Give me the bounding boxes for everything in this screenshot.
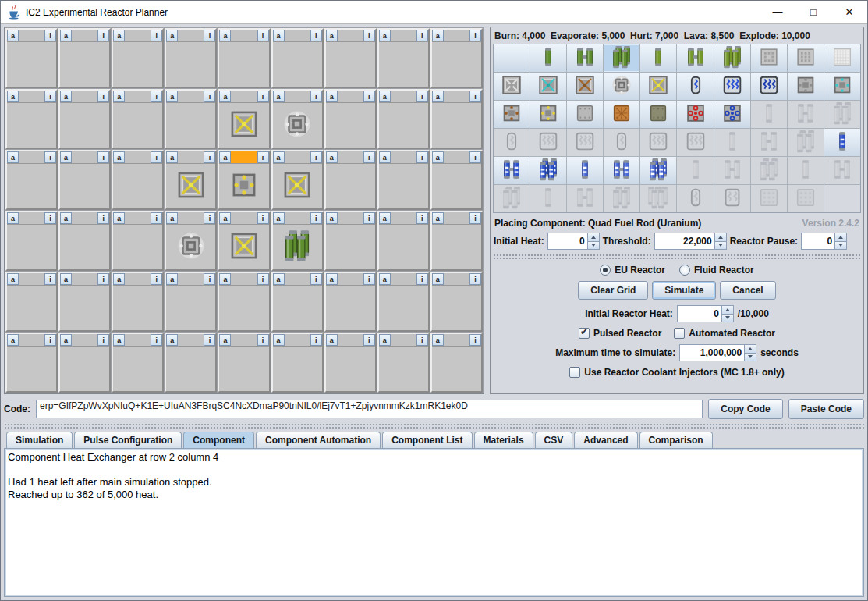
cell-info-button[interactable]: i bbox=[469, 91, 481, 102]
tab-component[interactable]: Component bbox=[183, 432, 254, 448]
cell-info-button[interactable]: i bbox=[204, 212, 215, 224]
cell-info-button[interactable]: i bbox=[310, 273, 322, 285]
cell-info-button[interactable]: i bbox=[416, 30, 428, 41]
cell-automation-button[interactable]: a bbox=[60, 334, 72, 346]
reactor-cell-r0-c4[interactable]: ai bbox=[218, 28, 270, 88]
cell-info-button[interactable]: i bbox=[151, 334, 162, 346]
cell-automation-button[interactable]: a bbox=[326, 212, 338, 224]
reactor-cell-r3-c5[interactable]: ai bbox=[271, 211, 324, 271]
palette-reactor-heat-exchanger-button[interactable] bbox=[494, 101, 530, 128]
cell-info-button[interactable]: i bbox=[257, 273, 269, 285]
cell-info-button[interactable]: i bbox=[151, 91, 162, 102]
palette-dual-fuel-rod-mox-button[interactable] bbox=[677, 44, 713, 72]
reactor-cell-r0-c2[interactable]: ai bbox=[112, 28, 164, 88]
threshold-input[interactable] bbox=[655, 233, 714, 249]
cell-info-button[interactable]: i bbox=[257, 212, 269, 224]
cell-automation-button[interactable]: a bbox=[432, 334, 444, 346]
initial-heat-input[interactable] bbox=[548, 233, 587, 249]
reactor-cell-r5-c3[interactable]: ai bbox=[165, 333, 217, 393]
reactor-cell-r4-c1[interactable]: ai bbox=[58, 272, 111, 332]
cell-info-button[interactable]: i bbox=[416, 334, 428, 346]
reactor-cell-r5-c8[interactable]: ai bbox=[430, 333, 483, 393]
cell-info-button[interactable]: i bbox=[151, 212, 162, 224]
cell-automation-button[interactable]: a bbox=[219, 91, 231, 102]
cell-automation-button[interactable]: a bbox=[113, 212, 125, 224]
cell-automation-button[interactable]: a bbox=[219, 334, 231, 346]
cancel-button[interactable]: Cancel bbox=[720, 281, 775, 300]
cell-info-button[interactable]: i bbox=[97, 30, 109, 41]
cell-automation-button[interactable]: a bbox=[273, 273, 285, 285]
reactor-cell-r2-c2[interactable]: ai bbox=[112, 150, 164, 210]
minimize-button[interactable]: — bbox=[760, 1, 795, 23]
cell-info-button[interactable]: i bbox=[469, 273, 481, 285]
cell-automation-button[interactable]: a bbox=[7, 273, 19, 285]
cell-info-button[interactable]: i bbox=[97, 91, 109, 102]
reactor-cell-r4-c0[interactable]: ai bbox=[5, 272, 58, 332]
reactor-cell-r0-c7[interactable]: ai bbox=[377, 28, 430, 88]
reactor-cell-r4-c8[interactable]: ai bbox=[430, 272, 483, 332]
cell-info-button[interactable]: i bbox=[44, 30, 56, 41]
reactor-cell-r2-c1[interactable]: ai bbox=[58, 150, 111, 210]
reactor-cell-r3-c8[interactable]: ai bbox=[430, 211, 483, 271]
palette-heat-vent-button[interactable] bbox=[494, 73, 530, 100]
spin-up-icon[interactable] bbox=[835, 233, 846, 241]
tab-component-automation[interactable]: Component Automation bbox=[256, 432, 381, 448]
cell-automation-button[interactable]: a bbox=[432, 151, 444, 163]
palette-reactor-plating-button[interactable] bbox=[567, 101, 603, 128]
cell-automation-button[interactable]: a bbox=[326, 151, 338, 163]
cell-info-button[interactable]: i bbox=[44, 212, 56, 224]
palette-reactor-heat-vent-button[interactable] bbox=[567, 73, 603, 100]
palette-fuel-rod-blue-alt-button[interactable] bbox=[567, 157, 603, 184]
reactor-cell-r1-c5[interactable]: ai bbox=[271, 89, 324, 149]
reactor-cell-r2-c7[interactable]: ai bbox=[377, 150, 430, 210]
cell-info-button[interactable]: i bbox=[44, 91, 56, 102]
reactor-cell-r1-c4[interactable]: ai bbox=[218, 89, 270, 149]
cell-info-button[interactable]: i bbox=[204, 30, 215, 41]
cell-automation-button[interactable]: a bbox=[273, 91, 285, 102]
max-time-input[interactable] bbox=[680, 345, 744, 361]
cell-info-button[interactable]: i bbox=[97, 334, 109, 346]
reactor-cell-r5-c6[interactable]: ai bbox=[324, 333, 377, 393]
spin-down-icon[interactable] bbox=[588, 241, 599, 250]
cell-automation-button[interactable]: a bbox=[273, 30, 285, 41]
palette-heat-exchanger-button[interactable] bbox=[788, 73, 824, 100]
reactor-cell-r3-c7[interactable]: ai bbox=[377, 211, 430, 271]
reactor-cell-r1-c3[interactable]: ai bbox=[165, 89, 217, 149]
cell-automation-button[interactable]: a bbox=[432, 91, 444, 102]
reactor-cell-r5-c2[interactable]: ai bbox=[112, 333, 164, 393]
spin-up-icon[interactable] bbox=[588, 233, 599, 241]
cell-info-button[interactable]: i bbox=[151, 30, 162, 41]
cell-automation-button[interactable]: a bbox=[326, 334, 338, 346]
reactor-cell-r1-c7[interactable]: ai bbox=[377, 89, 430, 149]
tab-comparison[interactable]: Comparison bbox=[639, 432, 713, 448]
cell-info-button[interactable]: i bbox=[416, 151, 428, 163]
cell-info-button[interactable]: i bbox=[416, 212, 428, 224]
cell-automation-button[interactable]: a bbox=[166, 273, 178, 285]
cell-info-button[interactable]: i bbox=[44, 273, 56, 285]
tab-advanced[interactable]: Advanced bbox=[574, 432, 637, 448]
cell-info-button[interactable]: i bbox=[151, 273, 162, 285]
cell-info-button[interactable]: i bbox=[204, 151, 215, 163]
reactor-cell-r1-c6[interactable]: ai bbox=[324, 89, 377, 149]
palette-lzh-condensator-button[interactable] bbox=[714, 101, 750, 128]
palette-fuel-rod-uranium-button[interactable] bbox=[530, 44, 566, 72]
clear-grid-button[interactable]: Clear Grid bbox=[578, 281, 648, 300]
palette-empty-slot-button[interactable] bbox=[494, 44, 530, 72]
palette-coolant-cell-30k-button[interactable] bbox=[714, 73, 750, 100]
spin-up-icon[interactable] bbox=[722, 306, 733, 314]
spin-down-icon[interactable] bbox=[745, 353, 756, 361]
cell-automation-button[interactable]: a bbox=[379, 212, 391, 224]
palette-advanced-heat-vent-button[interactable] bbox=[530, 73, 566, 100]
palette-quad-fuel-rod-mox-button[interactable] bbox=[714, 44, 750, 72]
palette-rsh-condensator-button[interactable] bbox=[677, 101, 713, 128]
pulsed-reactor-checkbox[interactable]: Pulsed Reactor bbox=[579, 328, 661, 339]
spin-up-icon[interactable] bbox=[745, 345, 756, 353]
reactor-cell-r4-c6[interactable]: ai bbox=[324, 272, 377, 332]
cell-automation-button[interactable]: a bbox=[432, 30, 444, 41]
tab-pulse-configuration[interactable]: Pulse Configuration bbox=[74, 432, 182, 448]
cell-automation-button[interactable]: a bbox=[166, 30, 178, 41]
split-pane-divider[interactable] bbox=[4, 423, 864, 429]
palette-iridium-neutron-reflector-button[interactable] bbox=[824, 44, 860, 72]
palette-heat-capacity-reactor-plating-button[interactable] bbox=[604, 101, 639, 128]
cell-info-button[interactable]: i bbox=[469, 212, 481, 224]
